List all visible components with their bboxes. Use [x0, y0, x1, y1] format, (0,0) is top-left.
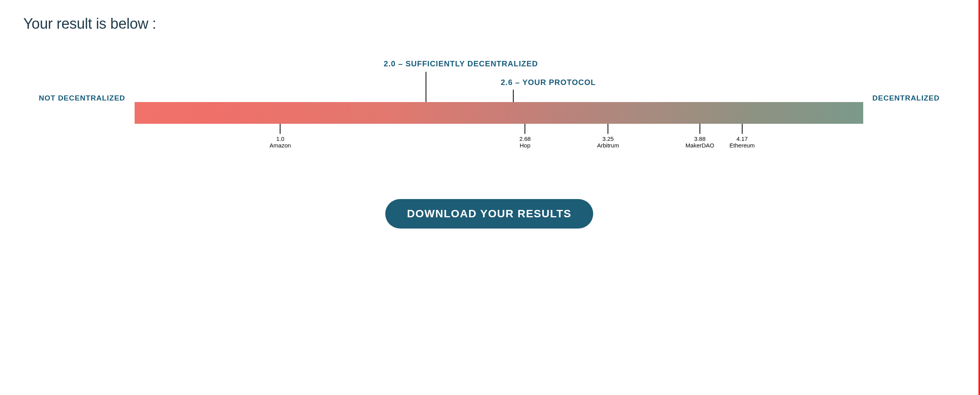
reference-name: Arbitrum [597, 142, 619, 149]
reference-marker: 2.68Hop [519, 135, 531, 149]
page-title: Your result is below : [23, 16, 955, 32]
above-annotation: 2.6 – YOUR PROTOCOL [501, 78, 596, 87]
reference-marker: 1.0Amazon [270, 135, 291, 149]
below-tick [742, 124, 743, 134]
reference-marker: 4.17Ethereum [729, 135, 755, 149]
reference-marker: 3.25Arbitrum [597, 135, 619, 149]
scale-left-label: NOT DECENTRALIZED [39, 94, 125, 102]
decentralization-scale: NOT DECENTRALIZED 2.0 – SUFFICIENTLY DEC… [39, 59, 940, 137]
below-tick [525, 124, 525, 134]
above-annotation: 2.0 – SUFFICIENTLY DECENTRALIZED [384, 59, 538, 68]
reference-name: MakerDAO [686, 142, 714, 149]
reference-marker: 3.88MakerDAO [686, 135, 714, 149]
above-tick [426, 72, 426, 102]
reference-name: Hop [519, 142, 531, 149]
scale-right-label: DECENTRALIZED [873, 94, 940, 102]
gradient-bar [135, 102, 863, 124]
below-tick [608, 124, 608, 134]
below-tick [280, 124, 280, 134]
reference-value: 4.17 [729, 135, 755, 142]
below-tick [700, 124, 700, 134]
reference-name: Ethereum [729, 142, 755, 149]
reference-value: 3.25 [597, 135, 619, 142]
reference-value: 1.0 [270, 135, 291, 142]
reference-name: Amazon [270, 142, 291, 149]
scale-track-container: 2.0 – SUFFICIENTLY DECENTRALIZED2.6 – YO… [135, 59, 863, 137]
above-tick [513, 90, 514, 102]
reference-value: 3.88 [686, 135, 714, 142]
reference-value: 2.68 [519, 135, 531, 142]
download-results-button[interactable]: DOWNLOAD YOUR RESULTS [385, 199, 593, 229]
